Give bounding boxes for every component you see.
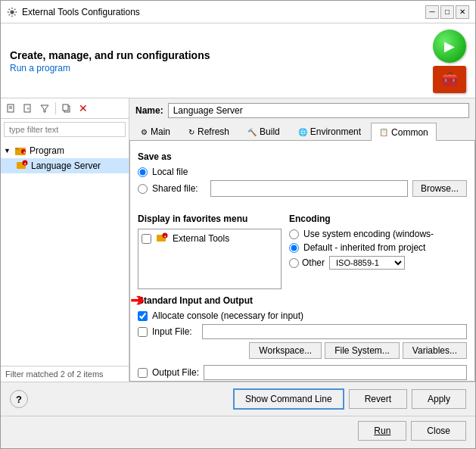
allocate-console-row: Allocate console (necessary for input) xyxy=(138,310,467,321)
input-file-label: Input File: xyxy=(152,326,198,337)
header-title: Create, manage, and run configurations xyxy=(10,49,210,61)
delete-button[interactable]: ✕ xyxy=(76,101,91,116)
workspace-button-1[interactable]: Workspace... xyxy=(249,342,322,359)
external-tools-item[interactable]: ✦ External Tools xyxy=(142,232,278,245)
copy-button[interactable] xyxy=(59,101,74,116)
encoding-options: Use system encoding (windows- Default - … xyxy=(289,229,467,270)
two-col-section: Display in favorites menu ✦ External Too… xyxy=(138,210,467,289)
shared-file-row: Shared file: Browse... xyxy=(138,180,467,197)
main-window: External Tools Configurations ─ □ ✕ Crea… xyxy=(0,0,476,449)
output-file-label: Output File: xyxy=(152,367,199,378)
external-tools-checkbox[interactable] xyxy=(142,234,151,244)
header-top: Create, manage, and run configurations R… xyxy=(10,30,466,93)
left-toolbar: + ✕ xyxy=(1,98,129,119)
std-io-section: ➔ Standard Input and Output xyxy=(138,295,467,306)
use-system-option[interactable]: Use system encoding (windows- xyxy=(289,229,467,239)
toolbox-icon: 🧰 xyxy=(433,66,466,93)
favorites-section: Display in favorites menu ✦ External Too… xyxy=(138,210,282,289)
other-encoding-row: Other ISO-8859-1 xyxy=(289,256,467,270)
new-type-button[interactable]: + xyxy=(20,101,36,116)
file-system-button-1[interactable]: File System... xyxy=(325,342,400,359)
toolbar-separator xyxy=(55,102,56,114)
new-config-button[interactable] xyxy=(4,101,19,116)
std-io-label: Standard Input and Output xyxy=(138,295,467,306)
env-icon: 🌐 xyxy=(298,128,307,136)
tab-environment[interactable]: 🌐 Environment xyxy=(290,123,369,140)
svg-text:✦: ✦ xyxy=(23,150,26,154)
variables-button-1[interactable]: Variables... xyxy=(403,342,467,359)
filter-input[interactable] xyxy=(4,122,126,137)
save-as-label: Save as xyxy=(138,151,467,162)
language-server-node-label: Language Server xyxy=(31,161,101,171)
encoding-section: Encoding Use system encoding (windows- D… xyxy=(289,210,467,289)
close-button[interactable]: ✕ xyxy=(456,5,469,19)
title-bar: External Tools Configurations ─ □ ✕ xyxy=(1,1,475,23)
output-file-checkbox[interactable] xyxy=(138,368,148,378)
content-area: + ✕ ▼ ✦ xyxy=(1,98,475,382)
tab-content-common: Save as Local file Shared file: Browse..… xyxy=(129,141,475,382)
tab-build[interactable]: 🔨 Build xyxy=(239,123,288,140)
tab-refresh[interactable]: ↻ Refresh xyxy=(180,123,238,140)
filter-status: Filter matched 2 of 2 items xyxy=(1,366,129,382)
tab-common[interactable]: 📋 Common xyxy=(371,123,437,141)
svg-text:✦: ✦ xyxy=(23,161,26,166)
right-panel: Name: ⚙ Main ↻ Refresh 🔨 Build 🌐 xyxy=(129,98,475,382)
bottom-buttons: ? Show Command Line Revert Apply xyxy=(1,382,475,416)
title-bar-left: External Tools Configurations xyxy=(7,7,140,17)
local-file-radio[interactable] xyxy=(138,167,148,177)
run-program-link[interactable]: Run a program xyxy=(10,63,210,73)
external-tools-icon: ✦ xyxy=(156,232,168,245)
red-arrow-indicator: ➔ xyxy=(130,291,144,310)
maximize-button[interactable]: □ xyxy=(440,5,454,19)
shared-file-input[interactable] xyxy=(210,180,408,197)
input-file-input[interactable] xyxy=(202,324,467,339)
header-text: Create, manage, and run configurations R… xyxy=(10,49,210,73)
header-section: Create, manage, and run configurations R… xyxy=(1,23,475,98)
input-file-buttons: Workspace... File System... Variables... xyxy=(138,342,467,359)
browse-button[interactable]: Browse... xyxy=(412,180,467,197)
svg-text:✦: ✦ xyxy=(163,234,166,239)
tab-main[interactable]: ⚙ Main xyxy=(132,123,179,140)
program-node-label: Program xyxy=(30,145,64,156)
encoding-select[interactable]: ISO-8859-1 xyxy=(329,256,405,270)
language-server-icon: ✦ xyxy=(16,160,28,172)
use-system-radio[interactable] xyxy=(289,229,299,239)
minimize-button[interactable]: ─ xyxy=(425,5,439,19)
other-option[interactable]: Other xyxy=(289,257,325,268)
common-icon: 📋 xyxy=(379,128,388,136)
save-as-group: Local file Shared file: Browse... xyxy=(138,167,467,204)
default-inherited-option[interactable]: Default - inherited from project xyxy=(289,242,467,253)
shared-file-radio[interactable] xyxy=(138,184,148,194)
svg-rect-10 xyxy=(15,148,19,150)
refresh-icon: ↻ xyxy=(188,128,194,136)
close-button-bottom[interactable]: Close xyxy=(411,421,466,441)
name-label: Name: xyxy=(135,105,163,116)
svg-rect-8 xyxy=(63,104,68,111)
shared-file-option[interactable]: Shared file: xyxy=(138,183,206,194)
build-icon: 🔨 xyxy=(247,128,257,136)
revert-button[interactable]: Revert xyxy=(349,389,407,409)
window-title: External Tools Configurations xyxy=(22,7,140,17)
filter-button[interactable] xyxy=(37,101,52,116)
local-file-option[interactable]: Local file xyxy=(138,167,467,177)
default-inherited-radio[interactable] xyxy=(289,243,299,253)
svg-marker-6 xyxy=(41,105,48,112)
name-input[interactable] xyxy=(168,103,469,118)
run-icon: ▶ xyxy=(433,30,466,63)
tree-language-server-node[interactable]: ✦ Language Server xyxy=(1,158,129,173)
output-file-input[interactable] xyxy=(204,365,467,380)
help-button[interactable]: ? xyxy=(10,390,28,408)
run-button[interactable]: Run xyxy=(358,421,406,441)
show-command-line-button[interactable]: Show Command Line xyxy=(233,388,344,410)
run-close-row: Run Close xyxy=(1,416,475,448)
other-radio[interactable] xyxy=(289,258,299,268)
input-file-checkbox[interactable] xyxy=(138,327,148,337)
header-icons: ▶ 🧰 xyxy=(433,30,466,93)
tree-expand-arrow: ▼ xyxy=(4,147,11,154)
tree-area: ▼ ✦ Program ✦ Language Server xyxy=(1,140,129,366)
allocate-console-checkbox[interactable] xyxy=(138,311,148,321)
tree-program-node[interactable]: ▼ ✦ Program xyxy=(1,143,129,158)
apply-button[interactable]: Apply xyxy=(412,389,466,409)
main-icon: ⚙ xyxy=(141,128,148,136)
bottom-right-buttons: Show Command Line Revert Apply xyxy=(233,388,466,410)
